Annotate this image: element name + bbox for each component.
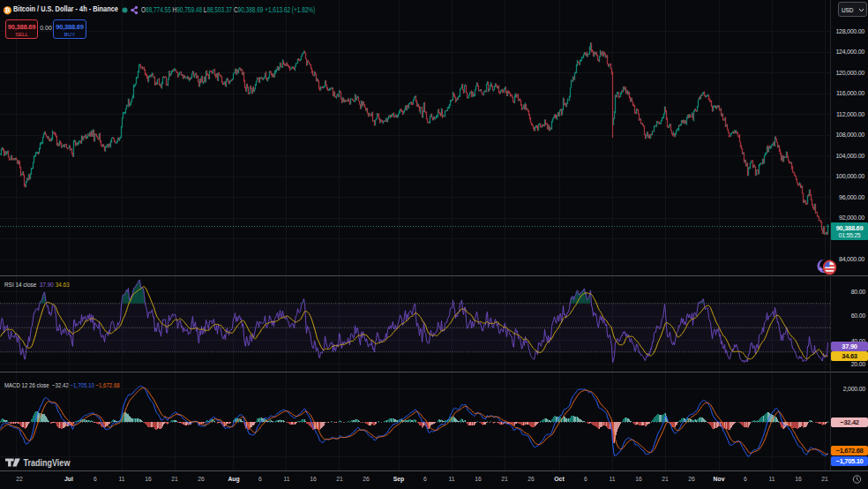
svg-text:₿: ₿ [4, 6, 10, 14]
svg-text:TradingView: TradingView [24, 458, 71, 469]
